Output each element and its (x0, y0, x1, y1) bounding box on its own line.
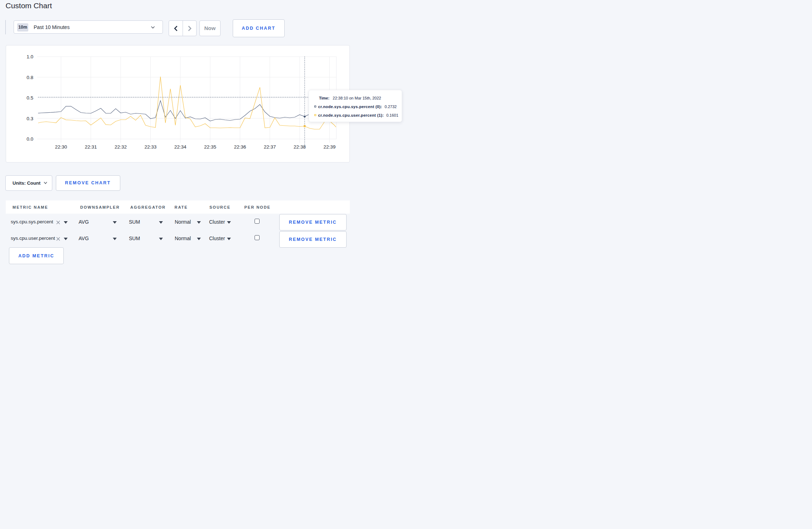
svg-text:1.0: 1.0 (26, 54, 33, 59)
svg-text:0.3: 0.3 (26, 116, 33, 121)
svg-text:0.8: 0.8 (26, 75, 33, 80)
svg-text:22:36: 22:36 (234, 144, 246, 150)
svg-text:22:39: 22:39 (323, 144, 335, 150)
svg-text:22:33: 22:33 (144, 144, 156, 150)
svg-text:22:30: 22:30 (55, 144, 67, 150)
svg-text:22:35: 22:35 (204, 144, 216, 150)
svg-text:0.0: 0.0 (26, 136, 33, 142)
svg-text:22:34: 22:34 (174, 144, 186, 150)
svg-text:0.5: 0.5 (26, 95, 33, 101)
svg-text:22:32: 22:32 (115, 144, 127, 150)
svg-text:22:37: 22:37 (264, 144, 276, 150)
svg-text:22:31: 22:31 (84, 144, 97, 150)
svg-text:22:38: 22:38 (294, 144, 306, 150)
